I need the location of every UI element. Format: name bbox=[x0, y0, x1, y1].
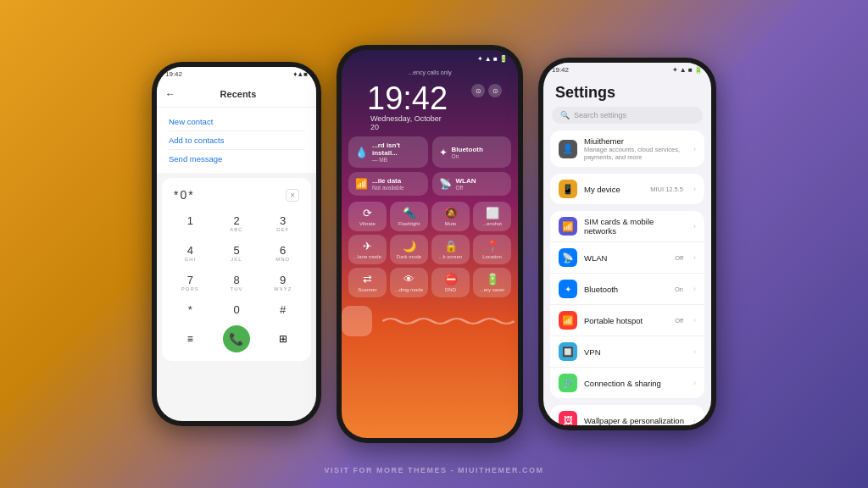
p2-profile-icon-2[interactable]: ⊙ bbox=[488, 84, 502, 97]
p2-tile-wlan[interactable]: 📡 WLAN Off bbox=[432, 172, 512, 196]
settings-item-connection[interactable]: 🔗 Connection & sharing › bbox=[550, 368, 704, 398]
dialer-keypad-icon[interactable]: ⊞ bbox=[273, 329, 293, 349]
p2-tile-bt-sub: On bbox=[452, 153, 505, 159]
back-arrow-icon[interactable]: ← bbox=[165, 88, 175, 100]
p2-tile-wlan-name: WLAN bbox=[456, 177, 505, 185]
wallpaper-name: Wallpaper & personalization bbox=[584, 416, 687, 425]
settings-item-miuithemer[interactable]: 👤 Miuithemer Manage accounts, cloud serv… bbox=[550, 130, 704, 167]
chevron-icon: › bbox=[693, 379, 696, 387]
chevron-icon: › bbox=[693, 222, 696, 230]
settings-item-sim[interactable]: 📶 SIM cards & mobile networks › bbox=[550, 211, 704, 242]
p2-tile-mobile[interactable]: 📶 ...ile data Not available bbox=[348, 172, 428, 196]
settings-section-account: 👤 Miuithemer Manage accounts, cloud serv… bbox=[550, 130, 704, 167]
key-0[interactable]: 0 bbox=[215, 299, 259, 320]
keypad: 1 2ABC 3DEF 4GHI 5JKL 6MNO 7PQRS 8TUV 9W… bbox=[169, 210, 304, 320]
hotspot-badge: Off bbox=[675, 317, 683, 324]
p1-header: ← Recents bbox=[157, 81, 316, 108]
p2-status-bar: ✦ ▲ ■ 🔋 bbox=[342, 50, 518, 68]
settings-item-bluetooth[interactable]: ✦ Bluetooth On › bbox=[550, 274, 704, 305]
p2-qbtn-vibrate[interactable]: ⟳Vibrate bbox=[348, 202, 387, 231]
p2-qbtn-darkmode[interactable]: 🌙Dark mode bbox=[390, 235, 428, 264]
p2-profile-icon-1[interactable]: ⊙ bbox=[471, 84, 485, 97]
p2-quick-row-2: ✈...lane mode 🌙Dark mode 🔒...k screen 📍L… bbox=[342, 235, 518, 264]
settings-section-device: 📱 My device MIUI 12.5.5 › bbox=[550, 174, 704, 204]
mydevice-icon: 📱 bbox=[559, 180, 577, 198]
settings-item-hotspot[interactable]: 📶 Portable hotspot Off › bbox=[550, 305, 704, 336]
sim-icon: 📶 bbox=[559, 217, 577, 236]
chevron-icon: › bbox=[693, 416, 696, 424]
p1-time: 19:42 bbox=[165, 70, 182, 78]
key-2[interactable]: 2ABC bbox=[215, 210, 259, 236]
p2-qbtn-dnd[interactable]: ⛔DND bbox=[431, 268, 470, 297]
p2-tile-data-sub: — MB bbox=[372, 157, 421, 163]
miuithemer-sub: Manage accounts, cloud services, payment… bbox=[584, 146, 687, 161]
key-7[interactable]: 7PQRS bbox=[169, 269, 212, 296]
bluetooth-name: Bluetooth bbox=[584, 285, 668, 294]
p2-qbtn-mute[interactable]: 🔕Mute bbox=[431, 202, 470, 231]
dialer-bottom-bar: ≡ 📞 ⊞ bbox=[169, 320, 304, 354]
p2-tile-bluetooth[interactable]: ✦ Bluetooth On bbox=[432, 136, 512, 168]
p2-tile-row-1: 💧 ...rd isn't install... — MB ✦ Bluetoot… bbox=[348, 136, 511, 168]
p2-qbtn-location[interactable]: 📍Location bbox=[473, 235, 511, 264]
new-contact-item[interactable]: New contact bbox=[169, 113, 304, 131]
chevron-icon: › bbox=[693, 285, 696, 293]
bluetooth-badge: On bbox=[675, 286, 683, 293]
key-9[interactable]: 9WXYZ bbox=[261, 269, 304, 296]
key-8[interactable]: 8TUV bbox=[215, 269, 259, 296]
key-3[interactable]: 3DEF bbox=[261, 210, 304, 236]
send-message-item[interactable]: Send message bbox=[169, 150, 304, 168]
key-star[interactable]: * bbox=[169, 299, 212, 320]
p2-qbtn-lockscreen[interactable]: 🔒...k screen bbox=[431, 235, 470, 264]
p2-tile-data-name: ...rd isn't install... bbox=[372, 141, 421, 157]
p2-qbtn-scanner[interactable]: ⇄Scanner bbox=[348, 268, 387, 297]
search-icon: 🔍 bbox=[560, 111, 570, 119]
add-to-contacts-item[interactable]: Add to contacts bbox=[169, 131, 304, 150]
p2-quick-row-3: ⇄Scanner 👁...ding mode ⛔DND 🔋...ery save… bbox=[342, 268, 518, 297]
call-button[interactable]: 📞 bbox=[223, 325, 250, 352]
p2-tile-mobile-name: ...ile data bbox=[372, 177, 421, 185]
hotspot-icon: 📶 bbox=[559, 311, 577, 330]
key-hash[interactable]: # bbox=[261, 299, 304, 320]
vpn-icon: 🔲 bbox=[559, 342, 577, 361]
p2-qbtn-batterysaver[interactable]: 🔋...ery saver bbox=[473, 268, 511, 297]
miuithemer-icon: 👤 bbox=[559, 140, 577, 158]
dialer-panel: *0* × 1 2ABC 3DEF 4GHI 5JKL 6MNO 7PQRS 8… bbox=[162, 178, 311, 361]
p2-profile-icons: ⊙ ⊙ bbox=[461, 84, 512, 97]
p2-bt-icon: ✦ bbox=[439, 147, 448, 158]
settings-item-wallpaper[interactable]: 🖼 Wallpaper & personalization › bbox=[550, 405, 704, 425]
p2-qbtn-screenshot[interactable]: ⬜...enshot bbox=[473, 202, 511, 231]
p2-qbtn-readingmode[interactable]: 👁...ding mode bbox=[390, 268, 428, 297]
settings-search-bar[interactable]: 🔍 Search settings bbox=[552, 107, 703, 124]
settings-title: Settings bbox=[543, 77, 711, 107]
key-6[interactable]: 6MNO bbox=[261, 240, 304, 266]
dialer-menu-icon[interactable]: ≡ bbox=[180, 329, 200, 349]
wallpaper-icon: 🖼 bbox=[559, 411, 577, 425]
p3-time: 19:42 bbox=[552, 66, 569, 74]
phone-2: ✦ ▲ ■ 🔋 ...ency calls only 19:42 Wednesd… bbox=[337, 45, 523, 443]
search-placeholder: Search settings bbox=[574, 111, 626, 119]
p2-tiles: 💧 ...rd isn't install... — MB ✦ Bluetoot… bbox=[342, 131, 518, 202]
key-1[interactable]: 1 bbox=[169, 210, 212, 236]
p3-status-icons: ✦ ▲ ■ 🔋 bbox=[672, 66, 703, 74]
p2-wave-indicator bbox=[382, 314, 515, 328]
dialer-clear-button[interactable]: × bbox=[286, 189, 299, 202]
p2-qbtn-airplane[interactable]: ✈...lane mode bbox=[348, 235, 387, 264]
settings-section-wallpaper: 🖼 Wallpaper & personalization › bbox=[550, 405, 704, 425]
settings-item-wlan[interactable]: 📡 WLAN Off › bbox=[550, 242, 704, 274]
p1-menu-list: New contact Add to contacts Send message bbox=[157, 108, 316, 173]
chevron-icon: › bbox=[693, 145, 696, 153]
wlan-name: WLAN bbox=[584, 253, 668, 263]
phone-3-screen: 19:42 ✦ ▲ ■ 🔋 Settings 🔍 Search settings… bbox=[543, 63, 711, 425]
settings-item-vpn[interactable]: 🔲 VPN › bbox=[550, 336, 704, 368]
phone-1-screen: 19:42 ♦▲■ ← Recents New contact Add to c… bbox=[157, 67, 316, 421]
wlan-icon: 📡 bbox=[559, 248, 577, 267]
p2-home-button[interactable] bbox=[342, 306, 372, 336]
settings-item-mydevice[interactable]: 📱 My device MIUI 12.5.5 › bbox=[550, 174, 704, 204]
p2-home-bar bbox=[342, 301, 518, 340]
p2-qbtn-flashlight[interactable]: 🔦Flashlight bbox=[390, 202, 428, 231]
p2-tile-data[interactable]: 💧 ...rd isn't install... — MB bbox=[348, 136, 428, 168]
p2-time-display: 19:42 bbox=[367, 82, 448, 114]
key-5[interactable]: 5JKL bbox=[215, 240, 259, 266]
p2-quick-row-1: ⟳Vibrate 🔦Flashlight 🔕Mute ⬜...enshot bbox=[342, 202, 518, 231]
key-4[interactable]: 4GHI bbox=[169, 240, 212, 266]
